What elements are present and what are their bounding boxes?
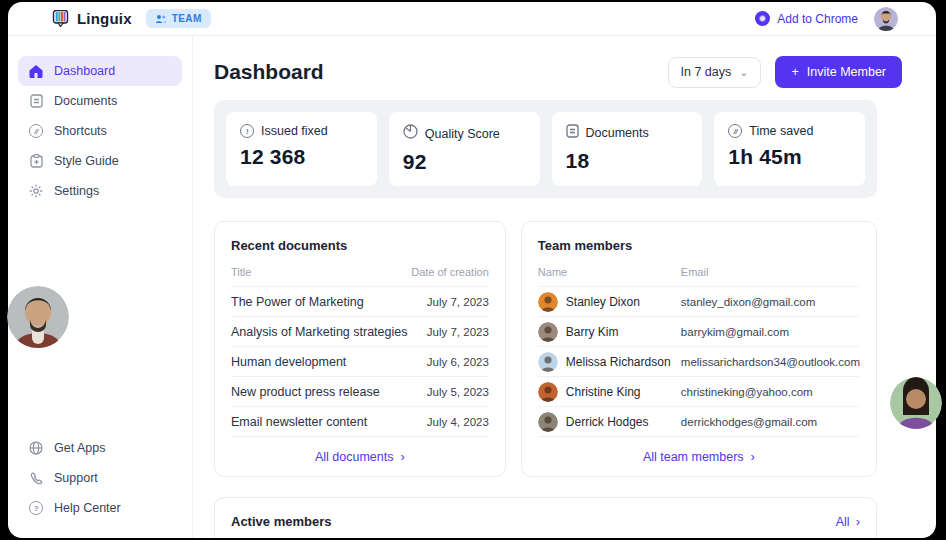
- member-email: christineking@yahoo.com: [681, 386, 860, 398]
- stat-card-issued-fixed: ! Issued fixed 12 368: [226, 112, 377, 186]
- document-row[interactable]: Email newsletter content July 4, 2023: [231, 407, 489, 437]
- user-avatar[interactable]: [874, 7, 898, 31]
- member-row[interactable]: Melissa Richardson melissarichardson34@o…: [538, 347, 860, 377]
- document-row[interactable]: The Power of Marketing July 7, 2023: [231, 287, 489, 317]
- invite-member-label: Invite Member: [807, 65, 886, 79]
- all-documents-link[interactable]: All documents ›: [231, 449, 489, 464]
- stat-label: Time saved: [749, 124, 813, 138]
- all-link-label: All: [836, 515, 850, 529]
- sidebar-item-shortcuts[interactable]: // Shortcuts: [18, 116, 182, 146]
- column-header-name: Name: [538, 266, 681, 278]
- stat-value: 12 368: [240, 145, 363, 169]
- top-bar: Linguix TEAM Add to Chrome: [8, 2, 936, 36]
- team-members-title: Team members: [538, 238, 860, 253]
- all-team-members-link[interactable]: All team members ›: [538, 449, 860, 464]
- document-row[interactable]: Analysis of Marketing strategies July 7,…: [231, 317, 489, 347]
- stats-strip: ! Issued fixed 12 368 Quality Score 92: [214, 100, 877, 198]
- decorative-avatar-man: [7, 286, 69, 348]
- member-row[interactable]: Christine King christineking@yahoo.com: [538, 377, 860, 407]
- alert-circle-icon: !: [240, 124, 254, 138]
- document-row[interactable]: New product press release July 5, 2023: [231, 377, 489, 407]
- member-email: melissarichardson34@outlook.com: [681, 356, 860, 368]
- document-date: July 4, 2023: [427, 416, 489, 428]
- sidebar-item-dashboard[interactable]: Dashboard: [18, 56, 182, 86]
- sidebar-item-help-center[interactable]: ? Help Center: [18, 493, 182, 523]
- stat-card-quality-score: Quality Score 92: [389, 112, 540, 186]
- logo[interactable]: Linguix: [52, 10, 132, 27]
- member-row[interactable]: Derrick Hodges derrickhodges@gmail.com: [538, 407, 860, 437]
- add-to-chrome-label: Add to Chrome: [777, 12, 858, 26]
- sidebar-item-label: Get Apps: [54, 441, 105, 455]
- people-icon: [155, 14, 167, 24]
- sidebar-item-label: Dashboard: [54, 64, 115, 78]
- sidebar-item-support[interactable]: Support: [18, 463, 182, 493]
- page-title: Dashboard: [214, 60, 324, 84]
- stat-card-documents: Documents 18: [552, 112, 703, 186]
- plus-icon: +: [791, 65, 798, 79]
- stat-value: 1h 45m: [728, 145, 851, 169]
- chevron-right-icon: ›: [856, 514, 860, 529]
- active-members-card: Active members All › 100: [214, 497, 877, 538]
- all-documents-label: All documents: [315, 450, 394, 464]
- sidebar-item-settings[interactable]: Settings: [18, 176, 182, 206]
- chevron-right-icon: ›: [401, 449, 405, 464]
- document-date: July 5, 2023: [427, 386, 489, 398]
- member-email: stanley_dixon@gmail.com: [681, 296, 860, 308]
- member-avatar: [538, 352, 558, 372]
- chevron-down-icon: ⌄: [739, 66, 748, 79]
- stat-label: Issued fixed: [261, 124, 328, 138]
- member-name: Christine King: [566, 385, 641, 399]
- pie-chart-icon: [403, 124, 418, 143]
- stat-value: 92: [403, 150, 526, 174]
- phone-icon: [28, 472, 44, 485]
- member-name: Melissa Richardson: [566, 355, 671, 369]
- decorative-avatar-woman: [890, 377, 942, 429]
- document-title: The Power of Marketing: [231, 295, 427, 309]
- column-header-title: Title: [231, 266, 411, 278]
- document-title: Analysis of Marketing strategies: [231, 325, 427, 339]
- team-badge[interactable]: TEAM: [146, 9, 211, 28]
- user-avatar-image: [874, 7, 898, 31]
- document-date: July 7, 2023: [427, 296, 489, 308]
- document-date: July 7, 2023: [427, 326, 489, 338]
- sidebar-item-style-guide[interactable]: Style Guide: [18, 146, 182, 176]
- invite-member-button[interactable]: + Invite Member: [775, 56, 902, 88]
- recent-documents-title: Recent documents: [231, 238, 489, 253]
- active-members-all-link[interactable]: All ›: [836, 514, 860, 529]
- document-title: Human development: [231, 355, 427, 369]
- document-icon: [28, 94, 44, 108]
- question-circle-icon: ?: [28, 501, 44, 515]
- document-title: Email newsletter content: [231, 415, 427, 429]
- period-dropdown[interactable]: In 7 days ⌄: [668, 57, 762, 88]
- document-icon: [566, 124, 579, 142]
- add-to-chrome-button[interactable]: Add to Chrome: [755, 11, 858, 26]
- active-members-title: Active members: [231, 514, 331, 529]
- linguix-logo-icon: [52, 10, 69, 27]
- member-row[interactable]: Stanley Dixon stanley_dixon@gmail.com: [538, 287, 860, 317]
- stat-label: Quality Score: [425, 127, 500, 141]
- stat-value: 18: [566, 149, 689, 173]
- member-name: Derrick Hodges: [566, 415, 649, 429]
- member-avatar: [538, 382, 558, 402]
- sidebar-item-label: Support: [54, 471, 98, 485]
- member-email: derrickhodges@gmail.com: [681, 416, 860, 428]
- all-team-members-label: All team members: [643, 450, 744, 464]
- chrome-icon: [755, 11, 770, 26]
- document-title: New product press release: [231, 385, 427, 399]
- slashes-circle-icon: //: [28, 124, 44, 138]
- member-email: barrykim@gmail.com: [681, 326, 860, 338]
- sidebar-item-documents[interactable]: Documents: [18, 86, 182, 116]
- chevron-right-icon: ›: [751, 449, 755, 464]
- member-name: Barry Kim: [566, 325, 619, 339]
- globe-icon: [28, 441, 44, 455]
- member-name: Stanley Dixon: [566, 295, 640, 309]
- member-row[interactable]: Barry Kim barrykim@gmail.com: [538, 317, 860, 347]
- member-avatar: [538, 322, 558, 342]
- gear-icon: [28, 184, 44, 198]
- document-row[interactable]: Human development July 6, 2023: [231, 347, 489, 377]
- slashes-circle-icon: //: [728, 124, 742, 138]
- document-date: July 6, 2023: [427, 356, 489, 368]
- home-icon: [28, 65, 44, 78]
- stat-label: Documents: [586, 126, 649, 140]
- sidebar-item-get-apps[interactable]: Get Apps: [18, 433, 182, 463]
